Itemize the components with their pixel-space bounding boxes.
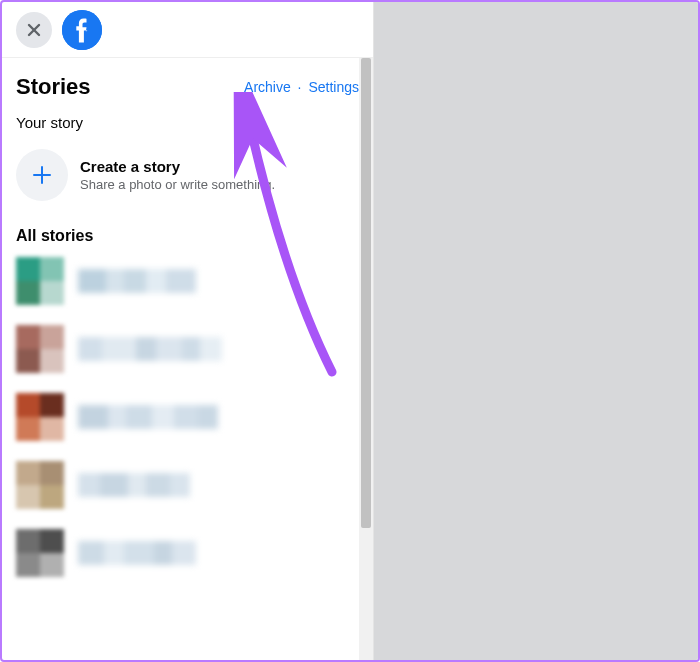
- story-list: [16, 257, 359, 577]
- story-item[interactable]: [16, 529, 359, 577]
- separator-dot: ·: [291, 79, 309, 95]
- story-item[interactable]: [16, 325, 359, 373]
- close-button[interactable]: [16, 12, 52, 48]
- scrollbar-thumb[interactable]: [361, 58, 371, 528]
- story-avatar: [16, 461, 64, 509]
- header-links: Archive · Settings: [244, 79, 359, 95]
- stories-content: Stories Archive · Settings Your story Cr…: [2, 58, 373, 660]
- story-item[interactable]: [16, 461, 359, 509]
- story-avatar: [16, 393, 64, 441]
- create-story-title: Create a story: [80, 158, 275, 175]
- all-stories-label: All stories: [16, 227, 359, 245]
- create-story-button[interactable]: Create a story Share a photo or write so…: [16, 141, 359, 217]
- archive-link[interactable]: Archive: [244, 79, 291, 95]
- page-title: Stories: [16, 74, 91, 100]
- story-name: [78, 269, 196, 293]
- close-icon: [25, 21, 43, 39]
- facebook-logo[interactable]: [62, 10, 102, 50]
- app-frame: Stories Archive · Settings Your story Cr…: [0, 0, 700, 662]
- story-name: [78, 541, 196, 565]
- settings-link[interactable]: Settings: [308, 79, 359, 95]
- facebook-icon: [62, 10, 102, 50]
- story-avatar: [16, 529, 64, 577]
- top-bar: [2, 2, 373, 58]
- story-name: [78, 405, 218, 429]
- plus-icon: [16, 149, 68, 201]
- scrollbar-track[interactable]: [359, 58, 373, 660]
- story-name: [78, 473, 190, 497]
- story-item[interactable]: [16, 393, 359, 441]
- story-avatar: [16, 325, 64, 373]
- create-story-texts: Create a story Share a photo or write so…: [80, 158, 275, 192]
- create-story-subtitle: Share a photo or write something.: [80, 177, 275, 192]
- story-viewer-area: [374, 2, 698, 660]
- story-item[interactable]: [16, 257, 359, 305]
- stories-header: Stories Archive · Settings: [16, 74, 359, 100]
- story-avatar: [16, 257, 64, 305]
- your-story-label: Your story: [16, 114, 359, 131]
- story-name: [78, 337, 222, 361]
- stories-sidebar: Stories Archive · Settings Your story Cr…: [2, 2, 374, 660]
